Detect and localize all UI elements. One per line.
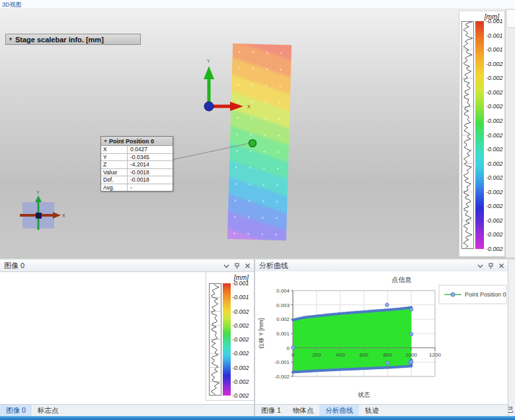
curve-panel: 分析曲线 0.0040.0030.0020.0010-0.001-0.00202… [255,260,508,416]
scalebar-labels: -0.001-0.001-0.001-0.002-0.002-0.002-0.0… [486,21,503,249]
triad-origin-dot [204,102,214,111]
tab-轨迹[interactable]: 轨迹 [359,405,385,417]
right-edge-strip: 已 [508,260,515,416]
measurement-point-marker[interactable] [249,140,257,147]
scalebar-label: -0.001 [232,294,249,300]
collapse-triangle-icon: ▼ [8,36,13,42]
close-icon[interactable] [244,262,251,269]
svg-text:0.002: 0.002 [276,316,290,322]
table-row: Z-4.2014 [101,161,173,169]
svg-text:状态: 状态 [358,392,370,398]
scalebar-label: -0.001 [486,18,503,24]
scalebar-label: -0.002 [486,246,503,252]
svg-text:400: 400 [336,352,345,358]
svg-text:0.003: 0.003 [276,302,290,308]
scalebar-gradient [223,283,231,396]
scalebar-histogram [209,283,221,396]
gizmo-x-label: X [62,213,65,218]
clipped-corner-text: 已 [508,405,514,415]
status-bar [0,416,515,420]
scalebar-label: -0.001 [486,32,503,39]
scalebar-3d: [mm] -0.001-0.001-0.001-0.002-0.002-0.00… [459,11,505,257]
viewport-scrollbar[interactable] [505,9,515,258]
scalebar-label: -0.002 [232,350,249,357]
tab-标志点[interactable]: 标志点 [32,405,65,417]
scalebar-label: -0.002 [486,160,503,167]
svg-text:-0.001: -0.001 [274,359,290,365]
curve-panel-tabs: 图像 1物体点分析曲线轨迹 [255,404,508,417]
svg-text:Point Position 0: Point Position 0 [465,291,506,298]
collapse-triangle-icon: ▼ [103,139,108,143]
scalebar-label: -0.002 [486,75,503,81]
pin-icon[interactable] [487,262,495,269]
scalebar-label: -0.002 [232,392,249,399]
scalebar-label: -0.002 [232,336,249,343]
point-annotation: ▼ Point Position 0 X0.0427Y-0.0345Z-4.20… [100,136,173,192]
tab-物体点[interactable]: 物体点 [287,405,320,417]
point-annotation-rows: X0.0427Y-0.0345Z-4.2014Value-0.0018Def.-… [101,146,173,191]
svg-text:-0.002: -0.002 [274,374,290,380]
stage-scalebar-collapsed-header[interactable]: ▼ Stage scalebar info. [mm] [5,34,141,45]
svg-text:1000: 1000 [405,352,417,358]
point-annotation-header[interactable]: ▼ Point Position 0 [101,137,173,146]
image-panel-tabs: 图像 0标志点 [0,404,254,417]
scalebar-label: -0.002 [232,308,249,315]
svg-text:点信息: 点信息 [392,276,412,283]
table-row: Avg.- [101,184,173,192]
specimen-deformation-map[interactable] [227,44,292,240]
scalebar-gradient [475,21,484,249]
tab-分析曲线[interactable]: 分析曲线 [319,405,359,417]
application-window: 3D视图 ▼ Stage scalebar info. [mm] Y X [0,0,515,420]
scalebar-label: -0.002 [486,103,503,110]
svg-text:0: 0 [287,345,290,351]
document-tab-bar: 3D视图 [0,0,515,9]
scalebar-label: -0.002 [486,118,503,124]
table-row: Value-0.0018 [101,169,173,177]
curve-panel-title: 分析曲线 [259,261,288,271]
svg-text:位移 Y [mm]: 位移 Y [mm] [258,318,264,349]
pin-icon[interactable] [233,262,241,269]
viewport-3d[interactable]: ▼ Stage scalebar info. [mm] Y X [0,9,505,258]
point-annotation-title: Point Position 0 [109,138,154,145]
svg-text:200: 200 [312,352,321,358]
close-icon[interactable] [498,262,505,269]
scalebar-label: -0.002 [486,146,503,153]
image-panel: 图像 0 [0,260,254,416]
svg-text:800: 800 [383,352,393,358]
stage-scalebar-label: Stage scalebar info. [mm] [15,36,104,44]
scalebar-label: -0.002 [486,217,503,224]
image-panel-titlebar: 图像 0 [0,260,254,272]
scalebar-label: -0.002 [486,203,503,209]
curve-panel-titlebar: 分析曲线 [255,260,508,272]
table-row: Def.-0.0018 [101,176,173,184]
scalebar-labels: -0.001-0.001-0.002-0.002-0.002-0.002-0.0… [232,283,252,396]
triad-y-label: Y [207,59,210,63]
tab-图像 0[interactable]: 图像 0 [0,405,32,417]
scalebar-image: [mm] -0.001-0.001-0.002-0.002-0.002-0.00… [206,271,255,401]
svg-text:1200: 1200 [429,352,441,358]
scalebar-label: -0.002 [486,189,503,195]
scalebar-label: -0.002 [232,322,249,329]
scalebar-histogram [461,21,474,249]
scalebar-label: -0.002 [486,89,503,96]
scalebar-label: -0.001 [486,46,503,53]
scalebar-label: -0.001 [232,280,249,287]
orientation-gizmo: Y X [20,190,65,230]
svg-text:0: 0 [292,352,295,358]
gizmo-y-label: Y [36,190,40,195]
tab-3d-view[interactable]: 3D视图 [2,1,22,9]
scalebar-label: -0.002 [232,365,249,371]
chevron-down-icon[interactable] [223,262,230,269]
table-row: X0.0427 [101,146,173,154]
svg-text:600: 600 [360,352,369,358]
scalebar-label: -0.002 [486,174,503,181]
svg-text:0.001: 0.001 [276,331,290,337]
scalebar-label: -0.002 [232,378,249,385]
image-panel-title: 图像 0 [4,261,24,271]
analysis-chart[interactable]: 0.0040.0030.0020.0010-0.001-0.0020200400… [255,271,508,404]
scalebar-label: -0.002 [486,231,503,238]
chevron-down-icon[interactable] [477,262,484,269]
scalebar-label: -0.002 [486,61,503,67]
tab-图像 1[interactable]: 图像 1 [255,405,287,417]
scalebar-label: -0.002 [486,132,503,139]
